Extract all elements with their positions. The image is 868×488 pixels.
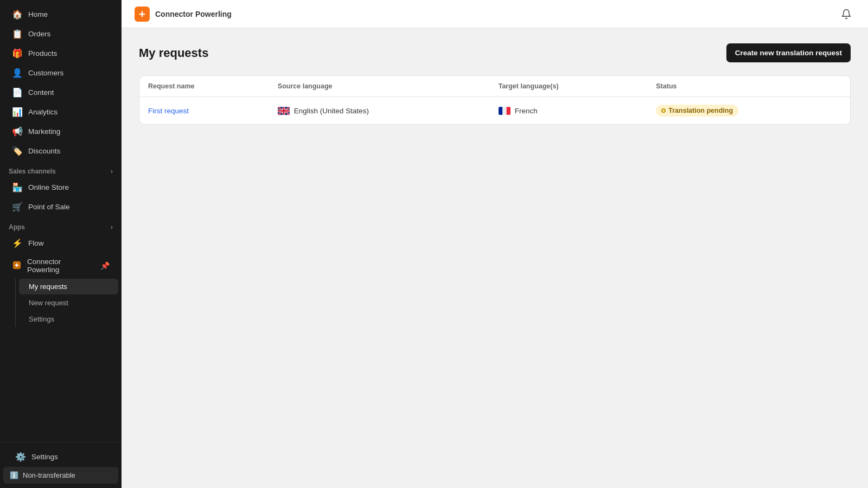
orders-icon: 📋 (12, 29, 23, 39)
non-transferable-item[interactable]: ℹ️ Non-transferable (3, 467, 118, 484)
flow-icon: ⚡ (12, 238, 23, 248)
table-row: First request (139, 97, 850, 125)
sidebar-item-label: Marketing (28, 127, 60, 136)
settings-icon: ⚙️ (15, 452, 26, 462)
customers-icon: 👤 (12, 68, 23, 78)
connector-icon (12, 260, 22, 272)
online-store-icon: 🏪 (12, 182, 23, 192)
info-icon: ℹ️ (10, 471, 18, 479)
create-translation-button[interactable]: Create new translation request (726, 43, 851, 62)
sidebar-item-online-store[interactable]: 🏪 Online Store (3, 178, 118, 197)
connector-sub-items: My requests New request Settings (15, 279, 122, 327)
source-language-cell: English (United States) (278, 107, 481, 115)
page-header: My requests Create new translation reque… (139, 43, 851, 62)
sidebar-item-label: Analytics (28, 108, 58, 116)
chevron-right-icon: › (111, 168, 113, 175)
pin-icon: 📌 (100, 261, 110, 270)
sidebar-item-label: Customers (28, 69, 63, 77)
marketing-icon: 📢 (12, 126, 23, 137)
sidebar-item-home[interactable]: 🏠 Home (3, 5, 118, 24)
cell-target-language: French (490, 97, 648, 125)
cell-source-language: English (United States) (269, 97, 490, 125)
app-name: Connector Powerling (155, 10, 232, 18)
sidebar-item-point-of-sale[interactable]: 🛒 Point of Sale (3, 197, 118, 216)
sidebar-item-discounts[interactable]: 🏷️ Discounts (3, 142, 118, 160)
status-dot-icon (661, 108, 666, 113)
topbar-right (838, 5, 855, 23)
col-target-languages: Target language(s) (490, 76, 648, 97)
sidebar-item-label: Online Store (28, 183, 69, 191)
point-of-sale-icon: 🛒 (12, 202, 23, 212)
sidebar-item-analytics[interactable]: 📊 Analytics (3, 102, 118, 121)
requests-table: Request name Source language Target lang… (139, 76, 850, 124)
status-badge: Translation pending (656, 105, 738, 117)
topbar-left: Connector Powerling (135, 7, 232, 22)
app-logo (135, 7, 150, 22)
sidebar-item-label: Products (28, 49, 57, 57)
chevron-right-icon-apps: › (111, 223, 113, 231)
cell-request-name: First request (139, 97, 269, 125)
connector-powerling-label: Connector Powerling (27, 258, 95, 274)
sidebar-item-settings[interactable]: ⚙️ Settings (7, 447, 115, 466)
svg-rect-3 (499, 107, 502, 115)
svg-rect-5 (506, 107, 510, 115)
sidebar-sub-item-new-request[interactable]: New request (19, 295, 118, 311)
products-icon: 🎁 (12, 48, 23, 59)
discounts-icon: 🏷️ (12, 146, 23, 156)
uk-flag-icon (278, 107, 290, 115)
status-label: Translation pending (668, 107, 733, 114)
sidebar-item-content[interactable]: 📄 Content (3, 83, 118, 102)
sidebar-item-orders[interactable]: 📋 Orders (3, 24, 118, 43)
sidebar-item-label: Orders (28, 30, 50, 38)
sidebar-item-products[interactable]: 🎁 Products (3, 44, 118, 63)
main-content: Connector Powerling My requests Create n… (122, 0, 868, 488)
home-icon: 🏠 (12, 9, 23, 20)
col-status: Status (647, 76, 850, 97)
topbar: Connector Powerling (122, 0, 868, 28)
content-area: My requests Create new translation reque… (122, 28, 868, 488)
page-title: My requests (139, 46, 208, 60)
sidebar-sub-item-my-requests[interactable]: My requests (19, 279, 118, 294)
sales-channels-section[interactable]: Sales channels › (0, 161, 122, 177)
sidebar-item-label: Flow (28, 239, 44, 247)
fr-flag-icon (499, 107, 510, 115)
request-name-link[interactable]: First request (148, 107, 189, 115)
sidebar-item-marketing[interactable]: 📢 Marketing (3, 122, 118, 141)
col-request-name: Request name (139, 76, 269, 97)
cell-status: Translation pending (647, 97, 850, 125)
source-language-label: English (United States) (294, 107, 369, 115)
sidebar-item-label: Point of Sale (28, 203, 70, 211)
analytics-icon: 📊 (12, 107, 23, 117)
sidebar-item-label: Home (28, 10, 48, 18)
sidebar-item-label: Content (28, 88, 54, 97)
target-language-cell: French (499, 107, 639, 115)
notification-icon[interactable] (838, 5, 855, 23)
col-source-language: Source language (269, 76, 490, 97)
requests-table-container: Request name Source language Target lang… (139, 75, 851, 125)
sidebar-bottom: ⚙️ Settings ℹ️ Non-transferable (0, 442, 122, 488)
non-transferable-label: Non-transferable (23, 471, 75, 479)
table-header-row: Request name Source language Target lang… (139, 76, 850, 97)
apps-section[interactable]: Apps › (0, 217, 122, 233)
sidebar-item-flow[interactable]: ⚡ Flow (3, 234, 118, 253)
target-language-label: French (515, 107, 538, 115)
sidebar-item-label: Discounts (28, 147, 60, 155)
sidebar: 🏠 Home 📋 Orders 🎁 Products 👤 Customers 📄… (0, 0, 122, 488)
sidebar-connector-powerling[interactable]: Connector Powerling 📌 (3, 253, 118, 278)
sidebar-item-customers[interactable]: 👤 Customers (3, 63, 118, 82)
svg-rect-4 (502, 107, 506, 115)
content-icon: 📄 (12, 87, 23, 98)
sidebar-settings-label: Settings (31, 453, 58, 461)
sidebar-sub-item-settings[interactable]: Settings (19, 311, 118, 327)
